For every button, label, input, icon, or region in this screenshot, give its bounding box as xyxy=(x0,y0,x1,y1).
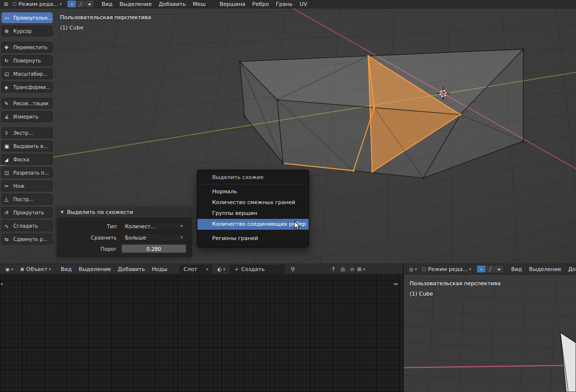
new-material-button[interactable]: + Создать xyxy=(230,265,285,273)
face-select-mode-button[interactable]: ▰ xyxy=(85,0,94,7)
tool-edge-slide[interactable]: ⇆Сдвинуть р... xyxy=(1,234,53,244)
tool-transform[interactable]: ◈Трансформи... xyxy=(1,82,53,92)
tool-move[interactable]: ✥Переместить xyxy=(1,42,53,53)
menu-vertex[interactable]: Вершина xyxy=(216,1,249,7)
cube-corner xyxy=(546,328,576,392)
insert-keyframe-icon[interactable]: ↑ xyxy=(331,266,336,272)
shader-type-dropdown[interactable]: ▣ Объект ▾ xyxy=(18,266,54,273)
compare-dropdown[interactable]: Больше ▾ xyxy=(122,233,186,241)
chevron-down-icon: ▾ xyxy=(469,267,471,271)
menu-item-normal[interactable]: Нормаль xyxy=(197,186,309,197)
tool-loop-cut[interactable]: ◫Разрезать п... xyxy=(1,167,53,178)
operator-panel-title: Выделить по схожести xyxy=(67,209,133,215)
menu-item-face-regions[interactable]: Регионы граней xyxy=(197,233,309,244)
vertex-select-mode-button[interactable]: ∙ xyxy=(477,266,485,272)
move-icon: ✥ xyxy=(4,45,11,50)
tool-annotate[interactable]: ✎Рисов...тации xyxy=(1,98,53,109)
type-label: Тип xyxy=(57,223,122,229)
menu-mesh[interactable]: Меш xyxy=(190,1,209,7)
chevron-down-icon: ▾ xyxy=(181,224,183,228)
inset-icon: ▣ xyxy=(4,144,11,149)
menu-edge[interactable]: Ребро xyxy=(249,1,272,7)
shader-menu-select[interactable]: Выделение xyxy=(75,266,115,272)
edge-select-mode-button[interactable]: ╱ xyxy=(76,0,85,7)
object-icon: ▣ xyxy=(20,267,25,271)
tool-extrude[interactable]: ⇧Экстр... xyxy=(1,127,53,138)
mode-select-dropdown[interactable]: ▢ Режим реда... ▾ xyxy=(419,266,474,273)
chevron-down-icon: ▾ xyxy=(60,2,62,6)
context-menu-title: Выделить схожие xyxy=(197,172,309,183)
snap-magnet-icon[interactable]: ∩ xyxy=(350,266,354,272)
threshold-label: Порог xyxy=(57,246,122,252)
slot-dropdown[interactable]: Слот ▾ xyxy=(180,265,212,273)
shader-menu-node[interactable]: Ноды xyxy=(149,266,171,272)
tool-inset[interactable]: ▣Выдавить в... xyxy=(1,141,53,151)
secondary-viewport-3d[interactable]: Пользовательская перспектива (1) Cube xyxy=(403,274,576,392)
tool-cursor[interactable]: ⊕Курсор xyxy=(1,26,53,36)
viewport-3d[interactable]: Пользовательская перспектива (1) Cube ▭П… xyxy=(0,8,576,264)
menu-face[interactable]: Грань xyxy=(272,1,296,7)
blender-window: ⊞ ▢ Режим реда... ▾ ∙ ╱ ▰ Вид Выделение … xyxy=(0,0,576,392)
edge-select-mode-button[interactable]: ╱ xyxy=(486,266,494,272)
shader-menu-add[interactable]: Добавить xyxy=(114,266,148,272)
tool-bevel[interactable]: ◢Фаска xyxy=(1,154,53,165)
material-preview-dropdown[interactable]: ◐ ▾ xyxy=(215,266,228,273)
threshold-slider[interactable]: 0.280 xyxy=(122,244,186,253)
chevron-down-icon: ▾ xyxy=(363,267,365,271)
extrude-icon: ⇧ xyxy=(4,130,11,136)
region-expand-arrow[interactable]: ▸ xyxy=(1,281,3,286)
editor-type-dropdown[interactable]: ◎ ▾ xyxy=(407,266,419,273)
annotate-icon: ✎ xyxy=(4,101,11,106)
snap-grid-icon[interactable]: ⊞ xyxy=(357,266,362,272)
shader-node-editor[interactable]: ▸ ◂▸ xyxy=(0,274,403,392)
knife-icon: ✂ xyxy=(4,183,11,189)
box-select-icon: ▭ xyxy=(4,15,11,21)
tool-poly-build[interactable]: △Постр... xyxy=(1,194,53,205)
loop-cut-icon: ◫ xyxy=(4,170,11,176)
tool-smooth[interactable]: ∿Сгладить xyxy=(1,220,53,231)
secondary-viewport-header: ◎ ▾ ▢ Режим реда... ▾ ∙ ╱ ▰ Вид Выделени… xyxy=(403,264,576,274)
menu-select[interactable]: Выделение xyxy=(525,266,565,272)
mode-select-dropdown[interactable]: ▢ Режим реда... ▾ xyxy=(10,0,64,8)
face-select-mode-button[interactable]: ▰ xyxy=(495,266,503,272)
type-dropdown[interactable]: Количест... ▾ xyxy=(122,222,186,230)
operator-panel-header[interactable]: ▼ Выделить по схожести xyxy=(57,207,192,217)
shader-editor-icon: ◉ xyxy=(5,267,10,272)
plus-icon: + xyxy=(235,267,239,272)
collapse-triangle-icon: ▼ xyxy=(61,210,64,214)
editor-type-icon[interactable]: ⊞ xyxy=(2,1,10,7)
tool-rotate[interactable]: ↻Повернуть xyxy=(1,55,53,66)
tool-knife[interactable]: ✂Нож xyxy=(1,181,53,191)
tool-spin[interactable]: ↺Прокрутить xyxy=(1,207,53,218)
viewport-overlay: Пользовательская перспектива (1) Cube xyxy=(410,278,501,299)
editor-type-dropdown[interactable]: ◉ ▾ xyxy=(3,266,16,273)
tool-measure[interactable]: ∡Измерить xyxy=(1,111,53,122)
overlays-icon[interactable]: ◎ xyxy=(341,266,346,272)
menu-view[interactable]: Вид xyxy=(98,1,116,7)
vertex-mode-icon: ∙ xyxy=(70,2,73,6)
mode-select-label: Режим реда... xyxy=(19,1,59,7)
measure-icon: ∡ xyxy=(4,114,11,120)
face-mode-icon: ▰ xyxy=(88,2,91,6)
menu-item-connecting-edges[interactable]: Количество соединяющих рёбер xyxy=(197,219,309,230)
active-object-text: (1) Cube xyxy=(410,289,501,299)
scale-icon: ◱ xyxy=(4,71,11,77)
vertex-mode-icon: ∙ xyxy=(480,267,482,271)
menu-item-vertex-groups[interactable]: Группы вершин xyxy=(197,208,309,219)
mouse-cursor xyxy=(294,221,301,231)
menu-view[interactable]: Вид xyxy=(508,266,525,272)
menu-select[interactable]: Выделение xyxy=(116,1,156,7)
menu-item-adjacent-faces[interactable]: Количество смежных граней xyxy=(197,197,309,208)
region-resize-arrows[interactable]: ◂▸ xyxy=(393,281,399,286)
fake-user-pin-icon[interactable]: ⚲ xyxy=(291,266,295,272)
menu-add[interactable]: До xyxy=(565,266,576,272)
vertex-select-mode-button[interactable]: ∙ xyxy=(67,0,76,7)
menu-add[interactable]: Добавить xyxy=(155,1,189,7)
tool-box-select[interactable]: ▭Прямоугольн... xyxy=(1,12,53,23)
chevron-down-icon: ▾ xyxy=(11,267,13,271)
menu-uv[interactable]: UV xyxy=(296,1,311,7)
shader-menu-view[interactable]: Вид xyxy=(57,266,75,272)
bevel-icon: ◢ xyxy=(4,157,11,162)
tool-scale[interactable]: ◱Масштабир... xyxy=(1,68,53,79)
edit-mode-cube-icon: ▢ xyxy=(12,1,17,6)
